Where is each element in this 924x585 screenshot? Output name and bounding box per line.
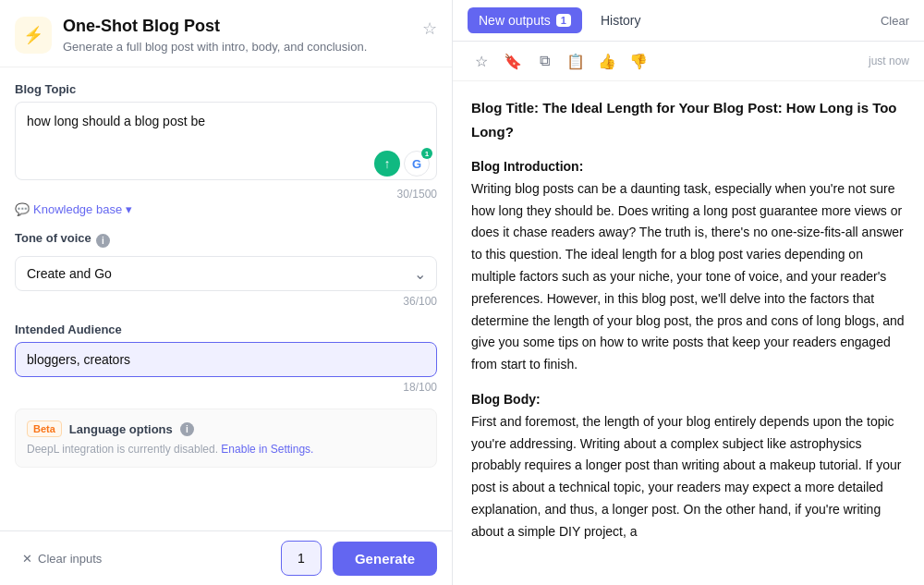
app-header: ⚡ One-Shot Blog Post Generate a full blo…	[0, 0, 452, 67]
clear-x-icon: ✕	[22, 552, 32, 566]
knowledge-base-chevron: ▾	[126, 202, 132, 216]
left-panel: ⚡ One-Shot Blog Post Generate a full blo…	[0, 0, 453, 585]
tab-new-outputs[interactable]: New outputs 1	[468, 7, 582, 33]
enhance-button[interactable]: ↑	[374, 151, 400, 177]
intro-heading: Blog Introduction:	[471, 159, 583, 174]
google-badge: 1	[421, 148, 432, 159]
deepl-note: DeepL integration is currently disabled.…	[27, 443, 425, 456]
textarea-actions: ↑ G 1	[374, 151, 430, 177]
output-timestamp: just now	[869, 55, 909, 67]
tone-select[interactable]: Create and Go Professional Casual Friend…	[15, 256, 437, 291]
knowledge-base-icon: 💬	[15, 202, 30, 216]
form-area: Blog Topic ↑ G 1 30/1500 💬 Knowledge bas…	[0, 67, 452, 530]
blog-topic-wrapper: ↑ G 1	[15, 102, 437, 184]
output-body: Blog Body: First and foremost, the lengt…	[471, 389, 906, 543]
output-toolbar: ☆ 🔖 ⧉ 📋 👍 👎 just now	[453, 42, 924, 81]
bottom-bar: ✕ Clear inputs Generate	[0, 530, 452, 585]
app-subtitle: Generate a full blog post with intro, bo…	[63, 40, 411, 54]
clear-output-button[interactable]: Clear	[881, 14, 909, 28]
app-icon: ⚡	[15, 17, 52, 54]
language-info-icon[interactable]: i	[180, 422, 194, 436]
output-content: Blog Title: The Ideal Length for Your Bl…	[453, 81, 924, 585]
tone-select-wrapper: Create and Go Professional Casual Friend…	[15, 256, 437, 291]
clear-inputs-button[interactable]: ✕ Clear inputs	[15, 546, 109, 571]
favorite-star-icon[interactable]: ☆	[422, 18, 437, 39]
tab-new-outputs-label: New outputs	[479, 13, 551, 28]
blog-topic-char-count: 30/1500	[15, 188, 437, 201]
intended-audience-label: Intended Audience	[15, 323, 437, 336]
new-outputs-badge: 1	[556, 14, 571, 27]
bookmark-icon[interactable]: 🔖	[499, 47, 527, 75]
deepl-settings-link[interactable]: Enable in Settings.	[221, 443, 313, 456]
output-title: Blog Title: The Ideal Length for Your Bl…	[471, 96, 906, 143]
copy-icon[interactable]: ⧉	[530, 47, 558, 75]
document-icon[interactable]: 📋	[562, 47, 590, 75]
tone-label: Tone of voice	[15, 231, 91, 245]
output-intro: Blog Introduction: Writing blog posts ca…	[471, 156, 906, 376]
intended-audience-char-count: 18/100	[15, 381, 437, 394]
intended-audience-input[interactable]	[15, 342, 437, 377]
blog-topic-field: Blog Topic ↑ G 1 30/1500 💬 Knowledge bas…	[15, 82, 437, 216]
body-heading: Blog Body:	[471, 392, 541, 407]
beta-badge: Beta	[27, 420, 62, 437]
language-section: Beta Language options i DeepL integratio…	[15, 408, 437, 468]
generate-button[interactable]: Generate	[333, 542, 437, 576]
tab-history[interactable]: History	[590, 7, 652, 33]
thumbs-down-icon[interactable]: 👎	[625, 47, 652, 75]
right-panel: New outputs 1 History Clear ☆ 🔖 ⧉ 📋 👍 👎 …	[453, 0, 924, 585]
knowledge-base-toggle[interactable]: 💬 Knowledge base ▾	[15, 202, 437, 216]
body-text: First and foremost, the length of your b…	[471, 414, 901, 539]
google-action-button[interactable]: G 1	[404, 151, 430, 177]
star-icon[interactable]: ☆	[468, 47, 495, 75]
blog-topic-label: Blog Topic	[15, 82, 437, 96]
language-header: Beta Language options i	[27, 420, 425, 437]
app-title: One-Shot Blog Post	[63, 17, 411, 37]
knowledge-base-label: Knowledge base	[33, 202, 122, 216]
tone-char-count: 36/100	[15, 295, 437, 308]
tone-info-icon[interactable]: i	[96, 234, 110, 248]
language-options-title: Language options	[69, 422, 173, 436]
tone-of-voice-field: Tone of voice i Create and Go Profession…	[15, 231, 437, 308]
intended-audience-field: Intended Audience 18/100	[15, 323, 437, 394]
thumbs-up-icon[interactable]: 👍	[593, 47, 621, 75]
output-tabs-header: New outputs 1 History Clear	[453, 0, 924, 42]
google-g-label: G	[412, 157, 421, 171]
quantity-counter[interactable]	[281, 541, 322, 576]
clear-inputs-label: Clear inputs	[38, 552, 102, 566]
intro-body: Writing blog posts can be a daunting tas…	[471, 181, 905, 372]
header-text: One-Shot Blog Post Generate a full blog …	[63, 17, 411, 54]
tone-label-row: Tone of voice i	[15, 231, 437, 250]
